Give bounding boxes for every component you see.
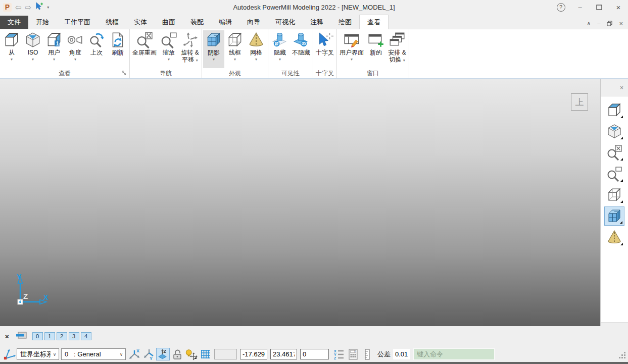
position-x-field[interactable]: [240, 349, 267, 359]
coordinate-system-select[interactable]: 世界坐标系 ∨: [17, 348, 59, 360]
chevron-down-icon: ∨: [51, 352, 59, 357]
ribbon-group-window: 用户界面 ▾ 新的: [337, 29, 409, 78]
window-bottom-edge: [0, 362, 628, 364]
tab-annotation[interactable]: 注释: [303, 16, 331, 29]
mdi-minimize-button[interactable]: –: [597, 21, 600, 26]
intelligent-cursor-button[interactable]: [184, 348, 198, 360]
ribbon-button-hide[interactable]: 隐藏 ▾: [269, 30, 291, 68]
ribbon-button-mesh[interactable]: 网格 ▾: [246, 30, 267, 68]
restore-icon: [607, 21, 612, 26]
ribbon-button-last-view[interactable]: 上次: [86, 30, 107, 68]
dropdown-arrow-icon: ▾: [168, 57, 170, 62]
side-iso-button[interactable]: [604, 122, 624, 141]
app-logo-icon[interactable]: P: [3, 3, 12, 12]
side-shading-button[interactable]: [604, 206, 624, 226]
ribbon-button-wireframe[interactable]: 线框 ▾: [224, 30, 246, 68]
level-button-0[interactable]: 0: [32, 332, 43, 340]
tab-assembly[interactable]: 装配: [183, 16, 211, 29]
group-label-window: 窗口: [338, 68, 408, 78]
view-toolbar-close-button[interactable]: ×: [620, 84, 623, 91]
level-select[interactable]: 0 : General ∨: [61, 348, 126, 360]
tab-workplane[interactable]: 工作平面: [57, 16, 98, 29]
grid-button[interactable]: [199, 348, 212, 360]
position-z-field[interactable]: [300, 349, 329, 359]
tab-wizard[interactable]: 向导: [239, 16, 268, 29]
resize-grip[interactable]: [619, 352, 626, 360]
ribbon-button-crosshair[interactable]: 十字叉: [314, 30, 335, 68]
view-from-cube-icon: [3, 31, 20, 48]
group-label-visibility: 可见性: [269, 68, 312, 78]
side-wireframe-button[interactable]: [604, 185, 624, 204]
select-cursor-icon[interactable]: [35, 2, 43, 12]
view-along-x-button[interactable]: X: [128, 348, 141, 360]
ribbon-button-user-interface[interactable]: 用户界面 ▾: [338, 30, 365, 68]
ribbon-button-zoom[interactable]: 缩放 ▾: [158, 30, 179, 68]
ribbon-button-angle[interactable]: 角度 ▾: [65, 30, 86, 68]
view-along-z-button[interactable]: Z: [156, 348, 170, 360]
tab-solid[interactable]: 实体: [126, 16, 155, 29]
arrange-windows-icon: [389, 31, 406, 48]
ribbon-button-rotate-pan[interactable]: 旋转 & 平移 ▾: [179, 30, 201, 68]
side-mesh-button[interactable]: [604, 228, 624, 247]
ribbon-button-unhide[interactable]: 不隐藏: [291, 30, 312, 68]
zoom-box-icon: [160, 31, 177, 48]
view-along-y-button[interactable]: Y: [142, 348, 156, 360]
tolerance-label: 公差: [377, 350, 391, 359]
group-label-appearance: 外观: [203, 68, 267, 78]
maximize-button[interactable]: [590, 1, 609, 14]
maximize-icon: [596, 5, 602, 10]
close-button[interactable]: ×: [609, 1, 628, 14]
dropdown-arrow-icon: ▾: [403, 58, 405, 63]
lock-button[interactable]: [170, 348, 184, 360]
ribbon-button-user-view[interactable]: 1 用户 ▾: [43, 30, 65, 68]
levels-close-button[interactable]: ×: [5, 333, 9, 340]
redo-icon[interactable]: ⇨: [25, 4, 32, 11]
tab-surface[interactable]: 曲面: [155, 16, 183, 29]
model-viewport[interactable]: 上 Y X Z: [0, 79, 600, 326]
tolerance-field[interactable]: [393, 349, 410, 359]
user-view-cube-icon: 1: [45, 31, 63, 48]
side-full-redraw-button[interactable]: [604, 143, 624, 162]
tab-file[interactable]: 文件: [0, 16, 28, 29]
chevron-down-icon: ∨: [117, 352, 125, 357]
tab-edit[interactable]: 编辑: [211, 16, 239, 29]
level-button-4[interactable]: 4: [81, 332, 91, 340]
tab-drawing[interactable]: 绘图: [331, 16, 359, 29]
ribbon-button-arrange-switch[interactable]: 安排 & 切换 ▾: [387, 30, 408, 68]
ribbon-button-new-window[interactable]: 新的: [365, 30, 387, 68]
ribbon-button-shading[interactable]: 阴影 ▾: [203, 30, 224, 68]
group-label-crosshair: 十字叉: [314, 68, 335, 78]
tab-view-active[interactable]: 查看: [359, 15, 389, 29]
ribbon-button-full-redraw[interactable]: 全屏重画: [131, 30, 158, 68]
view-top-button[interactable]: 上: [571, 93, 588, 111]
rotate-pan-icon: [181, 31, 199, 48]
dialog-launcher-icon[interactable]: [121, 70, 127, 76]
minimize-button[interactable]: –: [570, 1, 590, 14]
ribbon-button-refresh[interactable]: 刷新: [107, 30, 128, 68]
side-view-from-button[interactable]: [604, 100, 624, 120]
ribbon-group-view: 从 ▾ ISO ▾: [0, 29, 130, 78]
qat-customize-icon[interactable]: ▾: [47, 5, 49, 10]
workplane-axes-icon[interactable]: [3, 348, 16, 360]
tab-wireframe[interactable]: 线框: [98, 16, 126, 29]
ribbon-button-iso[interactable]: ISO ▾: [22, 30, 43, 68]
level-button-2[interactable]: 2: [57, 332, 67, 340]
undo-icon[interactable]: ⇦: [15, 4, 22, 11]
side-zoom-button[interactable]: [604, 164, 624, 183]
mdi-restore-button[interactable]: [607, 21, 612, 26]
ribbon-button-from[interactable]: 从 ▾: [1, 30, 22, 68]
help-button[interactable]: ?: [551, 1, 570, 14]
mdi-close-button[interactable]: ×: [619, 20, 623, 27]
tab-start[interactable]: 开始: [28, 16, 57, 29]
status-bar: 世界坐标系 ∨ 0 : General ∨ X Y: [0, 346, 628, 362]
ribbon-collapse-button[interactable]: ∧: [587, 21, 591, 26]
level-button-1[interactable]: 1: [44, 332, 55, 340]
command-input[interactable]: [413, 348, 495, 360]
calculator-button[interactable]: 0: [346, 348, 360, 360]
position-y-field[interactable]: [270, 349, 297, 359]
tab-visualization[interactable]: 可视化: [268, 16, 303, 29]
scale-ruler-button[interactable]: [360, 348, 374, 360]
coordinates-list-button[interactable]: X Y Z: [332, 348, 346, 360]
level-button-3[interactable]: 3: [69, 332, 79, 340]
wireframe-cube-icon: [226, 31, 244, 48]
